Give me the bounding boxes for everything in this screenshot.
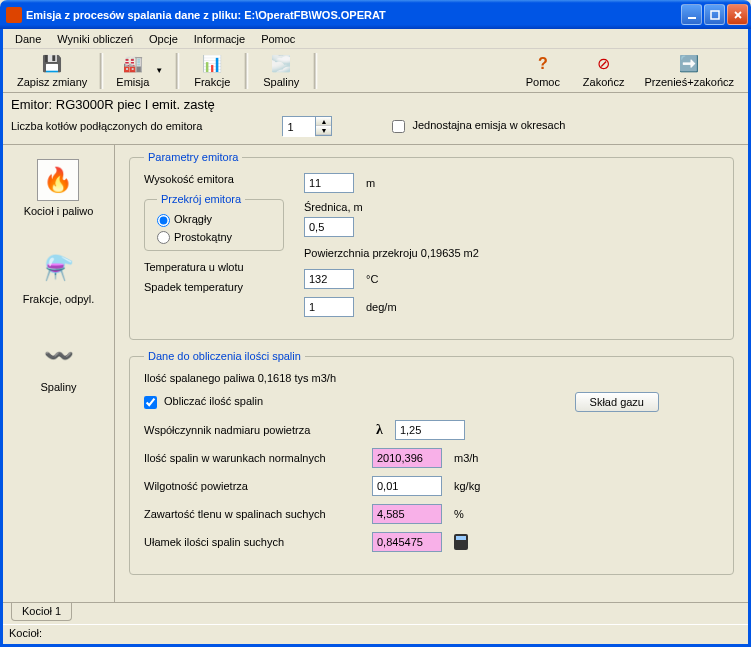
prostokatny-radio[interactable] [157, 231, 170, 244]
wilg-unit: kg/kg [454, 480, 480, 492]
menu-pomoc[interactable]: Pomoc [253, 31, 303, 47]
ulamek-label: Ułamek ilości spalin suchych [144, 536, 364, 548]
wilg-label: Wilgotność powietrza [144, 480, 364, 492]
kotly-input[interactable] [283, 117, 315, 137]
temp-unit: °C [366, 273, 378, 285]
wysokosc-label: Wysokość emitora [144, 173, 274, 185]
sidebar: 🔥 Kocioł i paliwo ⚗️ Frakcje, odpyl. 〰️ … [3, 145, 115, 602]
dropdown-arrow-icon: ▼ [155, 66, 163, 75]
obliczac-checkbox[interactable] [144, 396, 157, 409]
exhaust-icon: 〰️ [38, 335, 80, 377]
transfer-icon: ➡️ [679, 54, 699, 74]
sklad-gazu-button[interactable]: Skład gazu [575, 392, 659, 412]
powierzchnia-text: Powierzchnia przekroju 0,19635 m2 [304, 247, 479, 259]
spadek-unit: deg/m [366, 301, 397, 313]
lambda-icon: λ [376, 422, 383, 438]
okragly-radio-label[interactable]: Okrągły [157, 213, 212, 225]
toolbar: 💾 Zapisz zmiany 🏭 Emisja ▼ 📊 Frakcje 🌫️ … [3, 49, 748, 93]
help-icon: ? [533, 54, 553, 74]
tb-pomoc[interactable]: ? Pomoc [513, 51, 573, 91]
toolbar-separator [313, 53, 318, 89]
window-title: Emisja z procesów spalania dane z pliku:… [26, 9, 681, 21]
info-header: Emitor: RG3000R piec I emit. zastę Liczb… [3, 93, 748, 145]
menubar: Dane Wyniki obliczeń Opcje Informacje Po… [3, 29, 748, 49]
statusbar: Kocioł: [3, 624, 748, 644]
okragly-radio[interactable] [157, 214, 170, 227]
emitor-label: Emitor: RG3000R piec I emit. zastę [11, 97, 740, 112]
menu-opcje[interactable]: Opcje [141, 31, 186, 47]
close-button[interactable] [727, 4, 748, 25]
sidebar-item-spaliny[interactable]: 〰️ Spaliny [38, 335, 80, 393]
tlen-input[interactable] [372, 504, 442, 524]
stop-icon: ⊘ [594, 54, 614, 74]
tb-spaliny[interactable]: 🌫️ Spaliny [251, 51, 311, 91]
smoke-icon: 🌫️ [271, 54, 291, 74]
srednica-label: Średnica, m [304, 201, 479, 213]
obliczac-checkbox-label[interactable]: Obliczać ilość spalin [144, 395, 263, 409]
factory-icon: 🏭 [123, 54, 143, 74]
kotly-label: Liczba kotłów podłączonych do emitora [11, 120, 202, 132]
chart-icon: 📊 [202, 54, 222, 74]
przekroj-legend: Przekrój emitora [157, 193, 245, 205]
wilg-input[interactable] [372, 476, 442, 496]
kotly-spinner[interactable]: ▲▼ [282, 116, 332, 136]
srednica-input[interactable] [304, 217, 354, 237]
wysokosc-input[interactable] [304, 173, 354, 193]
tb-przenies[interactable]: ➡️ Przenieś+zakończ [634, 51, 744, 91]
tab-kociol1[interactable]: Kocioł 1 [11, 603, 72, 621]
parametry-group: Parametry emitora Wysokość emitora Przek… [129, 151, 734, 340]
bottom-tabs: Kocioł 1 [3, 602, 748, 624]
ilosc-norm-unit: m3/h [454, 452, 478, 464]
maximize-button[interactable] [704, 4, 725, 25]
calculator-icon[interactable] [454, 534, 468, 550]
spin-up-icon: ▲ [316, 117, 331, 126]
wsp-input[interactable] [395, 420, 465, 440]
app-icon [6, 7, 22, 23]
tb-emisja[interactable]: 🏭 Emisja ▼ [106, 51, 173, 91]
temp-wlotu-label: Temperatura u wlotu [144, 261, 274, 273]
tb-zapisz[interactable]: 💾 Zapisz zmiany [7, 51, 97, 91]
jednostajna-checkbox-label[interactable]: Jednostajna emisja w okresach [392, 119, 565, 133]
spaliny-group: Dane do obliczenia ilości spalin Ilość s… [129, 350, 734, 575]
jednostajna-checkbox[interactable] [392, 120, 405, 133]
tb-zakoncz[interactable]: ⊘ Zakończ [573, 51, 635, 91]
parametry-legend: Parametry emitora [144, 151, 242, 163]
przekroj-group: Przekrój emitora Okrągły Prostokątny [144, 193, 284, 251]
save-icon: 💾 [42, 54, 62, 74]
wysokosc-unit: m [366, 177, 375, 189]
sidebar-item-kociol[interactable]: 🔥 Kocioł i paliwo [24, 159, 94, 217]
menu-informacje[interactable]: Informacje [186, 31, 253, 47]
ilosc-norm-input[interactable] [372, 448, 442, 468]
minimize-button[interactable] [681, 4, 702, 25]
boiler-icon: 🔥 [37, 159, 79, 201]
temp-wlotu-input[interactable] [304, 269, 354, 289]
filter-icon: ⚗️ [38, 247, 80, 289]
spadek-label: Spadek temperatury [144, 281, 274, 293]
tlen-unit: % [454, 508, 464, 520]
toolbar-separator [99, 53, 104, 89]
toolbar-separator [244, 53, 249, 89]
svg-rect-1 [711, 11, 719, 19]
spaliny-legend: Dane do obliczenia ilości spalin [144, 350, 305, 362]
titlebar: Emisja z procesów spalania dane z pliku:… [0, 0, 751, 29]
wsp-label: Współczynnik nadmiaru powietrza [144, 424, 364, 436]
spin-down-icon: ▼ [316, 126, 331, 135]
menu-dane[interactable]: Dane [7, 31, 49, 47]
menu-wyniki[interactable]: Wyniki obliczeń [49, 31, 141, 47]
sidebar-item-frakcje[interactable]: ⚗️ Frakcje, odpyl. [23, 247, 95, 305]
prostokatny-radio-label[interactable]: Prostokątny [157, 231, 232, 243]
status-text: Kocioł: [9, 627, 42, 639]
ilosc-norm-label: Ilość spalin w warunkach normalnych [144, 452, 364, 464]
spadek-input[interactable] [304, 297, 354, 317]
toolbar-separator [175, 53, 180, 89]
ilosc-paliwa-text: Ilość spalanego paliwa 0,1618 tys m3/h [144, 372, 336, 384]
svg-rect-0 [688, 17, 696, 19]
ulamek-input[interactable] [372, 532, 442, 552]
tlen-label: Zawartość tlenu w spalinach suchych [144, 508, 364, 520]
content-pane: Parametry emitora Wysokość emitora Przek… [115, 145, 748, 602]
tb-frakcje[interactable]: 📊 Frakcje [182, 51, 242, 91]
